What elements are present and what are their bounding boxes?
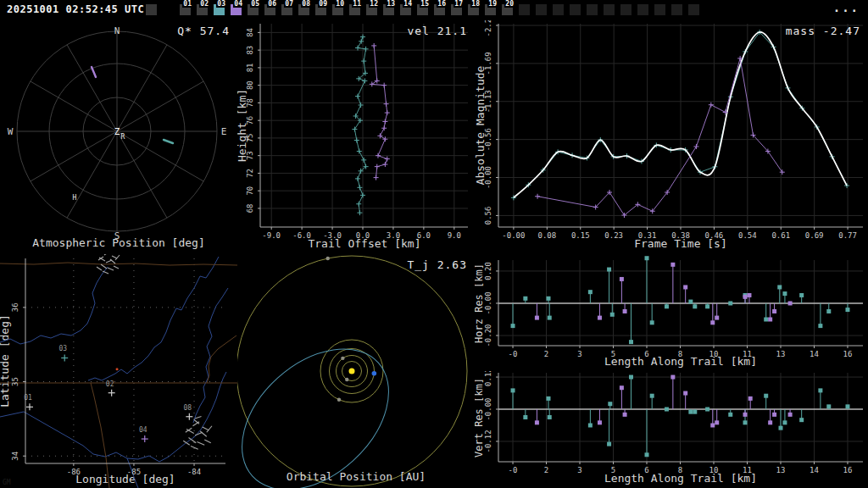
tick-label: 0.12 — [484, 371, 492, 386]
station-box-02[interactable]: 02 — [197, 4, 208, 15]
overflow-menu[interactable]: ... — [833, 1, 860, 14]
station-box-11[interactable]: 11 — [349, 4, 360, 15]
tick-label: 35 — [11, 377, 19, 386]
station-box-empty[interactable] — [519, 4, 530, 15]
station-box-18[interactable]: 18 — [468, 4, 479, 15]
light-curve-panel: Absolute Magnitude Frame Time [s] -0.000… — [475, 20, 868, 254]
station-box-empty[interactable] — [671, 4, 682, 15]
station-box-20[interactable]: 20 — [502, 4, 513, 15]
tick-label: 81 — [246, 63, 254, 72]
vertical-residuals-panel: Vert Res [km] Length Along Trail [km] -0… — [475, 371, 868, 488]
tick-label: 11 — [743, 466, 752, 474]
vertical-residuals-plot: Vert Res [km] Length Along Trail [km] -0… — [475, 371, 868, 488]
atmospheric-title: Atmospheric Position [deg] — [0, 236, 237, 249]
station-box-07[interactable]: 07 — [281, 4, 292, 15]
orbital-position-panel: T_j 2.63 Orbital Position [AU] — [237, 254, 475, 488]
tick-label: 70 — [246, 186, 254, 196]
station-box-13[interactable]: 13 — [383, 4, 394, 15]
tick-label: 0.23 — [604, 231, 623, 240]
tick-label: -6.0 — [292, 231, 311, 240]
tick-label: 03 — [58, 345, 67, 352]
tick-label: 14 — [810, 350, 819, 358]
station-box-16[interactable]: 16 — [434, 4, 445, 15]
station-box-number: 03 — [216, 0, 226, 8]
station-box-number: 10 — [335, 0, 345, 8]
tick-label: 08 — [184, 404, 192, 412]
station-box-01[interactable]: 01 — [180, 4, 191, 15]
watermark: GM — [3, 479, 11, 486]
tick-label: -0.12 — [484, 430, 492, 452]
meteoroid-orbit — [237, 321, 415, 488]
tick-label: 0.20 — [484, 262, 492, 280]
tick-label: 0.08 — [537, 231, 556, 240]
tick-label: R — [121, 133, 125, 141]
station-box-empty[interactable] — [637, 4, 648, 15]
station-box-09[interactable]: 09 — [315, 4, 326, 15]
series-station-03 — [352, 35, 368, 216]
tick-label: 02 — [106, 380, 114, 388]
station-box-19[interactable]: 19 — [485, 4, 496, 15]
station-box-empty[interactable] — [570, 4, 581, 15]
station-box-04[interactable]: 04 — [231, 4, 242, 15]
station-box-empty[interactable] — [654, 4, 665, 15]
station-box-number: 20 — [504, 0, 515, 8]
station-box-03[interactable]: 03 — [214, 4, 225, 15]
station-box-empty[interactable] — [688, 4, 699, 15]
tick-label: E — [221, 126, 227, 137]
tick-label: H — [73, 194, 77, 202]
tick-label: 3 — [577, 350, 581, 358]
mass-value: mass -2.47 — [786, 25, 860, 37]
tick-label: -0.56 — [484, 128, 492, 151]
tick-label: -85 — [127, 468, 141, 476]
tick-label: 0.46 — [705, 231, 724, 240]
station-box-12[interactable]: 12 — [366, 4, 377, 15]
station-box-number: 09 — [318, 0, 328, 8]
tick-label: 3.0 — [387, 231, 400, 240]
tick-label: 16 — [843, 466, 853, 474]
planet-mars — [337, 398, 341, 402]
station-box-empty[interactable] — [536, 4, 547, 15]
tick-label: -3.0 — [323, 231, 342, 240]
station-box-10[interactable]: 10 — [332, 4, 343, 15]
station-box-empty[interactable] — [604, 4, 615, 15]
tick-label: 6.0 — [417, 231, 431, 240]
tick-label: -1.69 — [484, 52, 492, 75]
station-box-empty[interactable] — [587, 4, 598, 15]
tick-label: 5 — [611, 466, 615, 474]
tick-label: 13 — [776, 466, 786, 474]
station-box-number: 19 — [487, 0, 498, 8]
atmospheric-position-panel: NSEWZRH Q* 57.4 Atmospheric Position [de… — [0, 20, 237, 254]
station-box-number: 14 — [403, 0, 413, 8]
station-box-empty[interactable] — [620, 4, 632, 15]
tick-label: 6 — [644, 466, 648, 474]
station-box-empty[interactable] — [553, 4, 564, 15]
tick-label: -0.00 — [502, 231, 525, 240]
tick-label: 34 — [11, 452, 19, 461]
tick-label: 04 — [139, 426, 147, 434]
meteor-streak-04 — [92, 67, 96, 77]
tick-label: -0.00 — [484, 291, 492, 314]
trail-offset-panel: Height [km] Trail Offset [km] -9.0-6.0-3… — [237, 20, 475, 254]
orbital-position-plot — [237, 254, 475, 488]
station-box-06[interactable]: 06 — [264, 4, 275, 15]
tick-label: 8 — [678, 350, 682, 358]
tick-label: 0.69 — [805, 231, 824, 240]
tick-label: 3 — [577, 466, 581, 474]
station-box-08[interactable]: 08 — [298, 4, 309, 15]
tick-label: 36 — [11, 302, 19, 312]
tick-label: -0 — [509, 466, 518, 474]
station-box-05[interactable]: 05 — [248, 4, 259, 15]
station-box-14[interactable]: 14 — [400, 4, 411, 15]
light-curve-plot: Absolute Magnitude Frame Time [s] -0.000… — [475, 20, 868, 254]
q-star-value: Q* 57.4 — [177, 25, 230, 37]
velocity-value: vel 21.1 — [407, 25, 467, 37]
station-box-number: 17 — [453, 0, 464, 8]
tick-label: 10 — [709, 466, 719, 474]
station-box-17[interactable]: 17 — [451, 4, 462, 15]
station-box-blank[interactable] — [146, 4, 157, 15]
tick-label: N — [114, 25, 120, 36]
station-box-15[interactable]: 15 — [417, 4, 428, 15]
tick-label: 0.15 — [571, 231, 590, 240]
tick-label: -84 — [187, 468, 201, 476]
tick-label: 0.54 — [738, 231, 757, 240]
